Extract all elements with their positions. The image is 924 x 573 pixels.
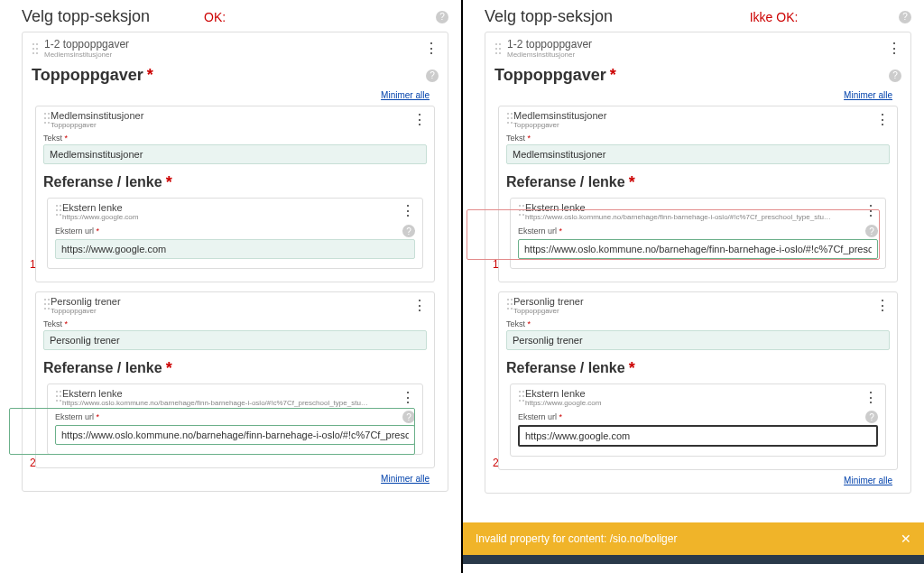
link-subtitle: https://www.google.com (525, 399, 601, 408)
svg-point-17 (60, 214, 61, 216)
more-menu-icon[interactable]: ⋮ (875, 113, 890, 127)
help-icon[interactable]: ? (865, 225, 878, 237)
svg-point-52 (507, 308, 509, 310)
drag-handle-icon[interactable] (506, 112, 513, 127)
card-subtitle: Medlemsinstitusjoner (44, 51, 129, 59)
svg-point-32 (495, 48, 497, 50)
item-title: Personlig trener (513, 296, 584, 307)
svg-point-31 (499, 43, 501, 45)
svg-point-22 (44, 308, 46, 310)
svg-point-37 (511, 113, 513, 115)
svg-point-38 (507, 117, 509, 119)
drag-handle-icon[interactable] (506, 298, 513, 313)
help-icon[interactable]: ? (889, 69, 901, 82)
svg-point-43 (522, 205, 524, 207)
svg-point-13 (60, 205, 61, 207)
more-menu-icon[interactable]: ⋮ (887, 42, 901, 56)
more-menu-icon[interactable]: ⋮ (412, 113, 427, 127)
url-input[interactable] (55, 239, 415, 259)
more-menu-icon[interactable]: ⋮ (424, 42, 439, 56)
minimer-alle-link[interactable]: Minimer alle (844, 476, 892, 485)
item-title: Medlemsinstitusjoner (51, 110, 143, 121)
tekst-label: Tekst (43, 134, 62, 143)
help-icon[interactable]: ? (899, 11, 911, 23)
help-icon[interactable]: ? (436, 11, 448, 23)
svg-point-47 (522, 214, 524, 216)
link-subtitle: https://www.google.com (62, 213, 138, 222)
help-icon[interactable]: ? (402, 411, 415, 423)
footer-strip (463, 555, 924, 564)
index-marker: 2 (493, 457, 499, 469)
close-icon[interactable]: ✕ (901, 531, 911, 546)
minimer-alle-link[interactable]: Minimer alle (844, 90, 892, 100)
drag-handle-icon[interactable] (43, 298, 51, 313)
list-item: Personlig trener Toppoppgaver ⋮ Tekst * … (498, 291, 898, 470)
svg-point-3 (36, 48, 38, 50)
list-item: Medlemsinstitusjoner Toppoppgaver ⋮ Teks… (498, 106, 898, 282)
svg-point-18 (44, 299, 46, 300)
tekst-input[interactable] (43, 144, 427, 164)
svg-point-48 (507, 299, 509, 300)
more-menu-icon[interactable]: ⋮ (864, 204, 878, 218)
item-title: Personlig trener (51, 296, 121, 307)
help-icon[interactable]: ? (426, 69, 439, 82)
tekst-label: Tekst (506, 319, 525, 328)
minimer-alle-link[interactable]: Minimer alle (381, 474, 430, 484)
card-title: 1-2 toppoppgaver (507, 38, 592, 51)
svg-point-24 (56, 391, 58, 393)
svg-point-2 (32, 48, 34, 50)
url-label: Ekstern url (518, 412, 557, 421)
url-input[interactable] (518, 239, 878, 259)
svg-point-23 (48, 308, 50, 310)
link-title: Ekstern lenke (62, 202, 138, 213)
drag-handle-icon[interactable] (55, 204, 62, 219)
svg-point-16 (56, 214, 58, 216)
help-icon[interactable]: ? (402, 225, 415, 237)
svg-point-53 (511, 308, 513, 310)
drag-handle-icon[interactable] (32, 42, 39, 55)
svg-point-56 (519, 395, 521, 397)
ref-title: Referanse / lenke (43, 360, 162, 376)
index-marker: 1 (493, 258, 499, 271)
drag-handle-icon[interactable] (494, 42, 502, 55)
drag-handle-icon[interactable] (518, 204, 525, 219)
minimer-alle-link[interactable]: Minimer alle (381, 90, 430, 100)
svg-point-42 (519, 205, 521, 207)
drag-handle-icon[interactable] (55, 390, 62, 405)
required-icon: * (147, 66, 153, 85)
svg-point-4 (32, 52, 34, 54)
more-menu-icon[interactable]: ⋮ (401, 204, 415, 218)
drag-handle-icon[interactable] (518, 390, 525, 405)
item-subtitle: Toppoppgaver (51, 121, 143, 130)
more-menu-icon[interactable]: ⋮ (401, 391, 415, 405)
svg-point-35 (499, 52, 501, 54)
svg-point-8 (44, 117, 46, 119)
url-label: Ekstern url (55, 226, 94, 236)
tekst-input[interactable] (506, 330, 890, 350)
item-subtitle: Toppoppgaver (513, 121, 606, 130)
svg-point-19 (48, 299, 50, 300)
tekst-input[interactable] (43, 330, 427, 350)
item-subtitle: Toppoppgaver (513, 307, 584, 316)
svg-point-9 (48, 117, 50, 119)
drag-handle-icon[interactable] (43, 112, 51, 127)
svg-point-44 (519, 209, 521, 211)
index-marker: 2 (30, 457, 36, 469)
svg-point-7 (48, 113, 50, 115)
list-item: Medlemsinstitusjoner Toppoppgaver ⋮ Teks… (35, 106, 435, 282)
svg-point-58 (519, 400, 521, 402)
url-input[interactable] (55, 425, 415, 445)
more-menu-icon[interactable]: ⋮ (864, 391, 878, 405)
more-menu-icon[interactable]: ⋮ (875, 299, 890, 313)
more-menu-icon[interactable]: ⋮ (412, 299, 427, 313)
svg-point-45 (522, 209, 524, 211)
help-icon[interactable]: ? (865, 411, 878, 423)
tekst-input[interactable] (506, 144, 890, 164)
banner-text: Invalid property for content: /sio.no/bo… (476, 532, 677, 545)
url-input[interactable] (518, 425, 878, 447)
link-title: Ekstern lenke (525, 388, 601, 399)
svg-point-25 (60, 391, 61, 393)
tekst-label: Tekst (506, 134, 525, 143)
svg-point-26 (56, 395, 58, 397)
svg-point-59 (522, 400, 524, 402)
